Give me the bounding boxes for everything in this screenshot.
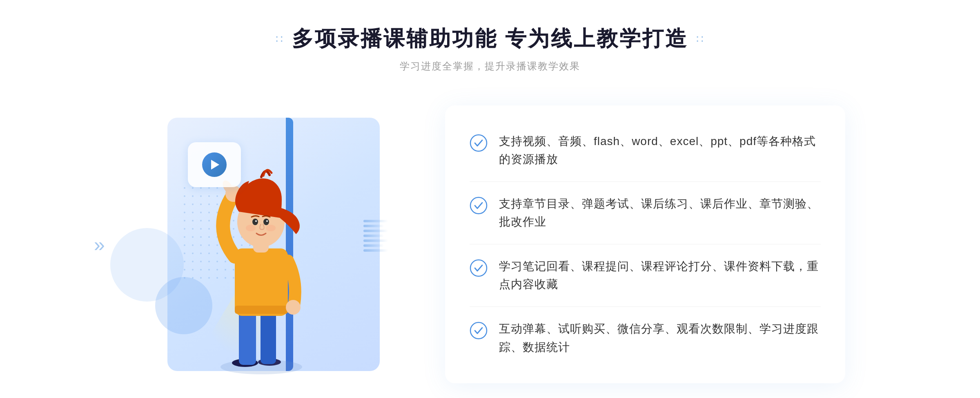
feature-divider-1 [470, 181, 821, 182]
feature-item-3: 学习笔记回看、课程提问、课程评论打分、课件资料下载，重点内容收藏 [470, 257, 821, 294]
svg-point-18 [470, 135, 487, 151]
page-subtitle: 学习进度全掌握，提升录播课教学效果 [276, 60, 704, 73]
feature-item-4: 互动弹幕、试听购买、微信分享、观看次数限制、学习进度跟踪、数据统计 [470, 320, 821, 357]
right-decoration-dots: ∷ [696, 32, 704, 46]
feature-text-1: 支持视频、音频、flash、word、excel、ppt、pdf等各种格式的资源… [499, 132, 821, 169]
page-container: ∷ 多项录播课辅助功能 专为线上教学打造 ∷ 学习进度全掌握，提升录播课教学效果… [0, 0, 980, 398]
check-icon-4 [470, 322, 488, 340]
play-triangle [211, 160, 219, 170]
left-decoration-dots: ∷ [276, 32, 284, 46]
feature-divider-2 [470, 244, 821, 244]
person-illustration [200, 154, 323, 375]
check-icon-1 [470, 134, 488, 152]
feature-item-1: 支持视频、音频、flash、word、excel、ppt、pdf等各种格式的资源… [470, 132, 821, 169]
svg-point-21 [470, 322, 487, 339]
svg-rect-6 [235, 306, 288, 314]
svg-point-9 [286, 300, 301, 315]
feature-item-2: 支持章节目录、弹题考试、课后练习、课后作业、章节测验、批改作业 [470, 195, 821, 232]
svg-point-12 [252, 219, 258, 225]
stripe-decoration [363, 220, 388, 269]
page-title: 多项录播课辅助功能 专为线上教学打造 [292, 25, 688, 53]
feature-text-2: 支持章节目录、弹题考试、课后练习、课后作业、章节测验、批改作业 [499, 195, 821, 232]
features-panel: 支持视频、音频、flash、word、excel、ppt、pdf等各种格式的资源… [445, 105, 845, 383]
check-icon-3 [470, 259, 488, 277]
svg-point-15 [266, 220, 268, 222]
left-arrow-icon: » [94, 233, 105, 256]
svg-point-19 [470, 197, 487, 214]
main-content: » [0, 93, 980, 396]
illustration-area: » [135, 105, 412, 383]
svg-point-14 [255, 220, 257, 222]
svg-point-17 [266, 225, 276, 231]
svg-point-13 [263, 219, 269, 225]
play-bubble [188, 142, 241, 187]
feature-text-4: 互动弹幕、试听购买、微信分享、观看次数限制、学习进度跟踪、数据统计 [499, 320, 821, 357]
play-button-icon [202, 152, 227, 177]
svg-point-20 [470, 260, 487, 276]
svg-rect-3 [239, 310, 256, 365]
header-section: ∷ 多项录播课辅助功能 专为线上教学打造 ∷ 学习进度全掌握，提升录播课教学效果 [276, 25, 704, 73]
svg-rect-4 [261, 312, 276, 364]
check-icon-2 [470, 197, 488, 215]
feature-text-3: 学习笔记回看、课程提问、课程评论打分、课件资料下载，重点内容收藏 [499, 257, 821, 294]
feature-divider-3 [470, 306, 821, 307]
svg-point-16 [246, 225, 256, 231]
